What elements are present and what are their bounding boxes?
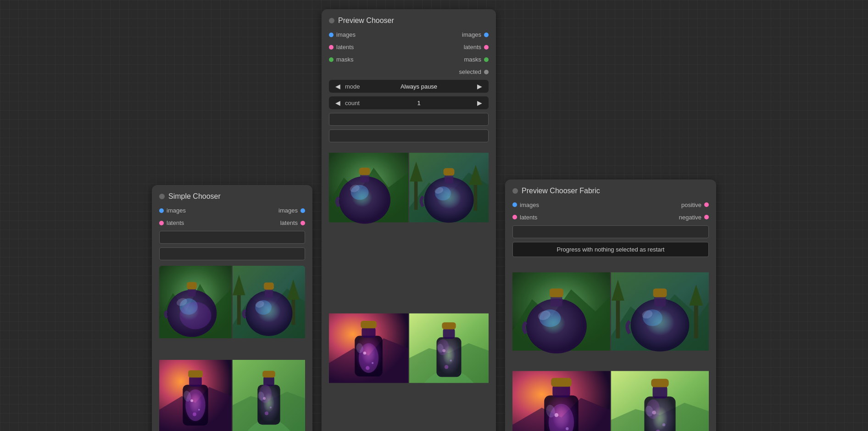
count-label: count bbox=[345, 100, 363, 106]
image-svg-0 bbox=[159, 266, 232, 338]
simple-chooser-port-left-latents[interactable]: latents bbox=[159, 219, 184, 226]
simple-chooser-image-1[interactable] bbox=[233, 266, 305, 338]
simple-chooser-port-right-latents[interactable]: latents bbox=[280, 219, 305, 226]
pc-image-svg-3 bbox=[409, 308, 489, 388]
svg-point-41 bbox=[339, 176, 390, 224]
image-svg-2 bbox=[159, 360, 232, 431]
svg-rect-53 bbox=[445, 174, 453, 183]
preview-chooser-fabric-header: Preview Chooser Fabric bbox=[512, 187, 709, 195]
preview-chooser-image-0[interactable] bbox=[329, 148, 408, 227]
pcf-image-grid bbox=[512, 263, 709, 431]
pcf-image-svg-3 bbox=[611, 361, 709, 431]
pc-port-label-latents-right: latents bbox=[464, 44, 481, 50]
port-dot-blue-images-left bbox=[159, 208, 164, 213]
simple-chooser-port-left-images[interactable]: images bbox=[159, 207, 186, 214]
pc-port-dot-blue-images-right bbox=[484, 33, 489, 37]
pcf-port-label-images-left: images bbox=[520, 202, 539, 208]
pc-image-svg-2 bbox=[329, 308, 408, 388]
image-svg-1 bbox=[233, 266, 305, 338]
simple-chooser-image-3[interactable] bbox=[233, 360, 305, 431]
pc-port-dot-green-masks-right bbox=[484, 57, 489, 62]
count-prev-button[interactable]: ◀ bbox=[333, 98, 343, 107]
svg-point-90 bbox=[631, 298, 690, 351]
preview-chooser-status-dot bbox=[329, 18, 334, 23]
port-dot-pink-latents-right bbox=[300, 221, 305, 225]
pc-port-label-selected-right: selected bbox=[459, 68, 481, 75]
pcf-port-label-latents-left: latents bbox=[520, 214, 537, 221]
count-control-row: ◀ count 1 ▶ bbox=[329, 96, 489, 109]
preview-chooser-port-right-selected[interactable]: selected bbox=[459, 68, 489, 75]
pc-port-label-latents-left: latents bbox=[336, 44, 354, 50]
pcf-image-2[interactable] bbox=[512, 361, 610, 431]
pcf-port-left-latents[interactable]: latents bbox=[512, 214, 537, 221]
svg-rect-61 bbox=[361, 321, 377, 328]
preview-chooser-fabric-card: Preview Chooser Fabric images positive l… bbox=[505, 179, 716, 431]
preview-chooser-fabric-title: Preview Chooser Fabric bbox=[522, 187, 600, 195]
pcf-image-3[interactable] bbox=[611, 361, 709, 431]
pcf-port-row-images: images positive bbox=[512, 201, 709, 209]
port-label-latents-left: latents bbox=[167, 219, 184, 226]
svg-point-25 bbox=[190, 399, 193, 402]
preview-chooser-input-2[interactable] bbox=[329, 129, 489, 142]
mode-control-row: ◀ mode Always pause ▶ bbox=[329, 80, 489, 93]
svg-point-6 bbox=[179, 302, 211, 329]
preview-chooser-header: Preview Chooser bbox=[329, 17, 489, 25]
svg-rect-33 bbox=[262, 371, 275, 378]
pcf-image-svg-0 bbox=[512, 263, 610, 360]
mode-prev-button[interactable]: ◀ bbox=[333, 82, 343, 91]
svg-point-64 bbox=[372, 362, 373, 364]
simple-chooser-input-1[interactable] bbox=[159, 231, 305, 244]
svg-rect-43 bbox=[359, 168, 370, 175]
pcf-port-dot-pink-negative bbox=[704, 215, 709, 219]
simple-chooser-port-row-images: images images bbox=[159, 206, 305, 215]
preview-chooser-image-2[interactable] bbox=[329, 308, 408, 388]
svg-rect-81 bbox=[550, 288, 563, 297]
svg-rect-60 bbox=[362, 327, 375, 338]
port-dot-pink-latents-left bbox=[159, 221, 164, 225]
preview-chooser-port-left-images[interactable]: images bbox=[329, 31, 356, 38]
pcf-image-1[interactable] bbox=[611, 263, 709, 360]
svg-point-111 bbox=[662, 423, 665, 426]
simple-chooser-port-right-images[interactable]: images bbox=[278, 207, 305, 214]
svg-point-65 bbox=[366, 366, 370, 370]
svg-point-74 bbox=[445, 365, 449, 369]
mode-value: Always pause bbox=[365, 83, 473, 90]
preview-chooser-fabric-status-dot bbox=[512, 188, 518, 194]
simple-chooser-image-2[interactable] bbox=[159, 360, 232, 431]
preview-chooser-port-left-latents[interactable]: latents bbox=[329, 44, 354, 50]
svg-rect-10 bbox=[237, 293, 241, 325]
preview-chooser-input-1[interactable] bbox=[329, 113, 489, 126]
preview-chooser-port-right-images[interactable]: images bbox=[462, 31, 489, 38]
svg-point-26 bbox=[198, 409, 200, 411]
preview-chooser-port-right-latents[interactable]: latents bbox=[464, 44, 489, 50]
pcf-port-left-images[interactable]: images bbox=[512, 202, 539, 208]
simple-chooser-image-0[interactable] bbox=[159, 266, 232, 338]
simple-chooser-input-2[interactable] bbox=[159, 247, 305, 260]
pcf-port-dot-pink-positive bbox=[704, 202, 709, 207]
pcf-port-right-positive[interactable]: positive bbox=[681, 202, 709, 208]
preview-chooser-image-1[interactable] bbox=[409, 148, 489, 227]
preview-chooser-port-right-masks[interactable]: masks bbox=[464, 56, 489, 63]
preview-chooser-port-row-selected: selected selected bbox=[329, 67, 489, 76]
port-dot-blue-images-right bbox=[300, 208, 305, 213]
svg-rect-108 bbox=[653, 386, 668, 398]
svg-rect-50 bbox=[474, 184, 478, 211]
simple-chooser-card: Simple Chooser images images latents lat… bbox=[152, 185, 312, 431]
preview-chooser-card: Preview Chooser images images latents la… bbox=[322, 9, 496, 431]
preview-chooser-port-left-masks[interactable]: masks bbox=[329, 56, 354, 63]
pcf-image-0[interactable] bbox=[512, 263, 610, 360]
svg-rect-23 bbox=[188, 370, 203, 378]
svg-rect-92 bbox=[653, 288, 667, 297]
pcf-input-1[interactable] bbox=[512, 225, 709, 238]
pc-port-dot-pink-latents-right bbox=[484, 45, 489, 50]
pc-port-dot-pink-latents-left bbox=[329, 45, 334, 50]
svg-rect-32 bbox=[263, 376, 274, 386]
count-next-button[interactable]: ▶ bbox=[474, 98, 485, 107]
mode-label: mode bbox=[345, 83, 363, 90]
pcf-progress-button[interactable]: Progress with nothing selected as restar… bbox=[512, 242, 709, 257]
preview-chooser-image-3[interactable] bbox=[409, 308, 489, 388]
svg-rect-99 bbox=[551, 378, 572, 386]
mode-next-button[interactable]: ▶ bbox=[474, 82, 485, 91]
svg-rect-86 bbox=[616, 299, 620, 338]
pcf-port-right-negative[interactable]: negative bbox=[679, 214, 709, 221]
